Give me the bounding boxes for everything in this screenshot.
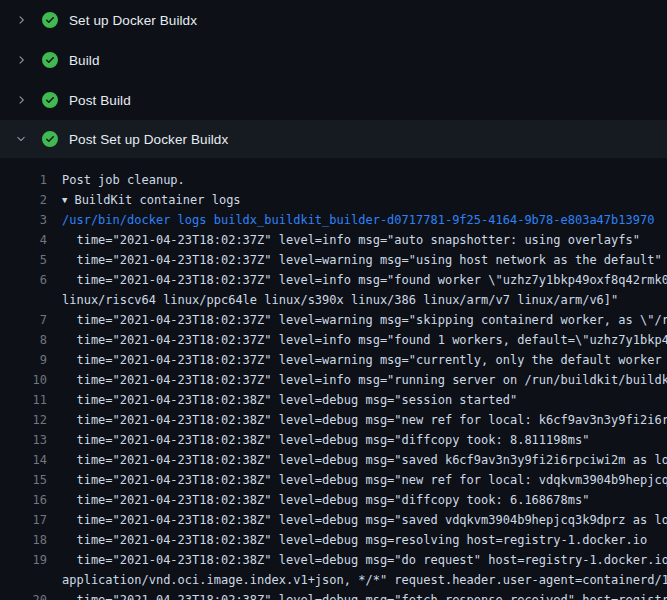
log-row: 19 time="2021-04-23T18:02:38Z" level=deb… xyxy=(0,550,667,570)
log-line-text: time="2021-04-23T18:02:38Z" level=debug … xyxy=(62,470,667,490)
log-line-number[interactable]: 3 xyxy=(0,210,47,230)
log-row: 13 time="2021-04-23T18:02:38Z" level=deb… xyxy=(0,430,667,450)
log-line-number[interactable]: 9 xyxy=(0,350,47,370)
log-row: 8 time="2021-04-23T18:02:37Z" level=info… xyxy=(0,330,667,350)
log-line-text: time="2021-04-23T18:02:37Z" level=warnin… xyxy=(62,350,667,370)
log-line-text: time="2021-04-23T18:02:37Z" level=info m… xyxy=(62,270,667,290)
log-line-text: time="2021-04-23T18:02:37Z" level=info m… xyxy=(62,230,640,250)
log-line-text: time="2021-04-23T18:02:38Z" level=debug … xyxy=(62,590,667,600)
log-row: 20 time="2021-04-23T18:02:38Z" level=deb… xyxy=(0,590,667,600)
log-line-number[interactable]: 18 xyxy=(0,530,47,550)
step-title: Build xyxy=(69,53,100,68)
step-header-setup-docker-buildx[interactable]: Set up Docker Buildx xyxy=(0,0,667,40)
group-label: BuildKit container logs xyxy=(74,193,240,207)
log-row: 5 time="2021-04-23T18:02:37Z" level=warn… xyxy=(0,250,667,270)
check-circle-icon xyxy=(42,131,58,147)
log-row: 16 time="2021-04-23T18:02:38Z" level=deb… xyxy=(0,490,667,510)
check-circle-icon xyxy=(42,52,58,68)
log-row: linux/riscv64 linux/ppc64le linux/s390x … xyxy=(0,290,667,310)
step-header-post-setup-docker-buildx[interactable]: Post Set up Docker Buildx xyxy=(0,120,667,158)
step-header-build[interactable]: Build xyxy=(0,40,667,80)
log-line-number[interactable]: 6 xyxy=(0,270,47,290)
chevron-right-icon xyxy=(13,12,29,28)
log-line-text: time="2021-04-23T18:02:38Z" level=debug … xyxy=(62,430,589,450)
log-line-number xyxy=(0,290,47,310)
log-line-text: time="2021-04-23T18:02:37Z" level=warnin… xyxy=(62,250,662,270)
chevron-right-icon xyxy=(13,92,29,108)
log-line-number[interactable]: 2 xyxy=(0,190,47,210)
step-title: Set up Docker Buildx xyxy=(69,13,197,28)
log-line-text: time="2021-04-23T18:02:38Z" level=debug … xyxy=(62,490,589,510)
log-row: 3/usr/bin/docker logs buildx_buildkit_bu… xyxy=(0,210,667,230)
check-circle-icon xyxy=(42,12,58,28)
log-row: 18 time="2021-04-23T18:02:38Z" level=deb… xyxy=(0,530,667,550)
log-line-number[interactable]: 14 xyxy=(0,450,47,470)
log-line-text: time="2021-04-23T18:02:38Z" level=debug … xyxy=(62,510,667,530)
log-line-number[interactable]: 12 xyxy=(0,410,47,430)
log-line-number[interactable]: 15 xyxy=(0,470,47,490)
step-title: Post Set up Docker Buildx xyxy=(69,132,228,147)
log-line-number[interactable]: 8 xyxy=(0,330,47,350)
log-lines: 1Post job cleanup.2▼BuildKit container l… xyxy=(0,158,667,600)
log-line-text: time="2021-04-23T18:02:38Z" level=debug … xyxy=(62,530,647,550)
step-header-post-build[interactable]: Post Build xyxy=(0,80,667,120)
actions-log-viewer: Set up Docker Buildx Build Post Build Po… xyxy=(0,0,667,600)
log-group-toggle[interactable]: ▼BuildKit container logs xyxy=(62,190,241,210)
log-line-text: time="2021-04-23T18:02:38Z" level=debug … xyxy=(62,450,667,470)
step-title: Post Build xyxy=(69,93,131,108)
log-line-text: time="2021-04-23T18:02:38Z" level=debug … xyxy=(62,550,667,570)
log-line-number[interactable]: 19 xyxy=(0,550,47,570)
log-line-number[interactable]: 11 xyxy=(0,390,47,410)
log-line-number[interactable]: 4 xyxy=(0,230,47,250)
chevron-down-icon xyxy=(13,131,29,147)
log-line-text: Post job cleanup. xyxy=(62,170,185,190)
log-line-number xyxy=(0,570,47,590)
log-row: 15 time="2021-04-23T18:02:38Z" level=deb… xyxy=(0,470,667,490)
log-line-number[interactable]: 5 xyxy=(0,250,47,270)
log-line-number[interactable]: 1 xyxy=(0,170,47,190)
log-row: 7 time="2021-04-23T18:02:37Z" level=warn… xyxy=(0,310,667,330)
triangle-down-icon: ▼ xyxy=(62,190,67,210)
log-row: 14 time="2021-04-23T18:02:38Z" level=deb… xyxy=(0,450,667,470)
log-line-number[interactable]: 16 xyxy=(0,490,47,510)
log-line-text: time="2021-04-23T18:02:38Z" level=debug … xyxy=(62,410,667,430)
log-line-text: time="2021-04-23T18:02:37Z" level=info m… xyxy=(62,330,667,350)
log-line-text: time="2021-04-23T18:02:38Z" level=debug … xyxy=(62,390,517,410)
chevron-right-icon xyxy=(13,52,29,68)
log-row: 12 time="2021-04-23T18:02:38Z" level=deb… xyxy=(0,410,667,430)
log-row: 1Post job cleanup. xyxy=(0,170,667,190)
log-line-text: application/vnd.oci.image.index.v1+json,… xyxy=(62,570,667,590)
log-row: application/vnd.oci.image.index.v1+json,… xyxy=(0,570,667,590)
log-line-number[interactable]: 13 xyxy=(0,430,47,450)
log-row: 6 time="2021-04-23T18:02:37Z" level=info… xyxy=(0,270,667,290)
log-line-text: time="2021-04-23T18:02:37Z" level=warnin… xyxy=(62,310,667,330)
log-row: 10 time="2021-04-23T18:02:37Z" level=inf… xyxy=(0,370,667,390)
log-row: 2▼BuildKit container logs xyxy=(0,190,667,210)
log-row: 9 time="2021-04-23T18:02:37Z" level=warn… xyxy=(0,350,667,370)
log-line-number[interactable]: 20 xyxy=(0,590,47,600)
log-command-text: /usr/bin/docker logs buildx_buildkit_bui… xyxy=(62,210,654,230)
log-row: 11 time="2021-04-23T18:02:38Z" level=deb… xyxy=(0,390,667,410)
log-line-text: linux/riscv64 linux/ppc64le linux/s390x … xyxy=(62,290,618,310)
check-circle-icon xyxy=(42,92,58,108)
log-line-number[interactable]: 17 xyxy=(0,510,47,530)
log-line-text: time="2021-04-23T18:02:37Z" level=info m… xyxy=(62,370,667,390)
log-row: 17 time="2021-04-23T18:02:38Z" level=deb… xyxy=(0,510,667,530)
log-row: 4 time="2021-04-23T18:02:37Z" level=info… xyxy=(0,230,667,250)
log-line-number[interactable]: 7 xyxy=(0,310,47,330)
log-line-number[interactable]: 10 xyxy=(0,370,47,390)
